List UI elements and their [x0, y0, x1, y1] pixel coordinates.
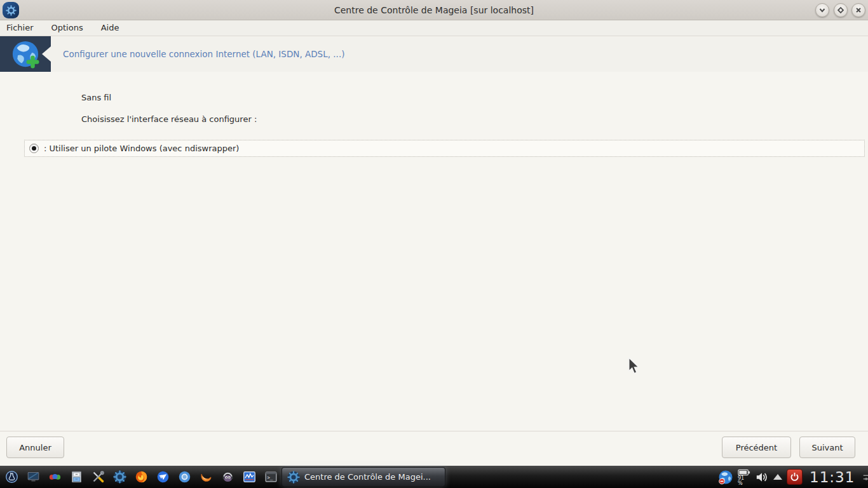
radio-option-row[interactable]: : Utiliser un pilote Windows (avec ndisw… — [24, 140, 865, 157]
battery-percent: 91 % — [738, 476, 750, 486]
mouse-cursor — [628, 358, 639, 374]
app-menu-icon[interactable] — [5, 470, 18, 484]
taskbar-window-label: Centre de Contrôle de Magei... — [304, 472, 431, 482]
clock: 11:31 — [810, 469, 855, 485]
svg-text:>_: >_ — [267, 475, 273, 480]
taskbar-window-button[interactable]: Centre de Contrôle de Magei... — [281, 467, 445, 487]
prompt-label: Choisissez l'interface réseau à configur… — [81, 114, 257, 124]
tray-expand-icon[interactable] — [773, 474, 782, 480]
minimize-button[interactable] — [815, 3, 829, 17]
wizard-title: Configurer une nouvelle connexion Intern… — [63, 36, 344, 72]
system-tools-icon[interactable] — [92, 470, 105, 484]
color-dots-icon[interactable] — [48, 470, 62, 484]
radio-option-label: : Utiliser un pilote Windows (avec ndisw… — [44, 144, 239, 153]
terminal-icon[interactable]: >_ — [264, 470, 278, 484]
header-notch — [42, 46, 51, 62]
mageia-app-icon — [3, 2, 19, 18]
section-label: Sans fil — [81, 93, 111, 102]
settings-sliders-icon[interactable] — [862, 471, 868, 484]
close-button[interactable] — [851, 3, 865, 17]
shutdown-button[interactable] — [787, 469, 803, 485]
menu-options[interactable]: Options — [45, 21, 90, 35]
previous-button[interactable]: Précédent — [722, 437, 791, 458]
system-monitor-icon[interactable] — [243, 470, 256, 484]
thunderbird-icon[interactable] — [156, 470, 170, 484]
headphones-mascot-icon[interactable] — [221, 470, 234, 484]
internet-globe-icon — [11, 39, 40, 69]
firefox-icon[interactable] — [135, 470, 148, 484]
menu-bar: Fichier Options Aide — [0, 20, 868, 36]
maximize-diamond-icon — [836, 6, 845, 15]
chromium-icon[interactable] — [178, 470, 191, 484]
radio-selected-dot — [32, 146, 36, 151]
power-icon — [790, 472, 799, 482]
file-manager-icon[interactable] — [70, 470, 83, 484]
control-center-icon[interactable] — [113, 470, 126, 484]
orange-crescent-app-icon[interactable] — [200, 470, 213, 484]
close-icon — [854, 6, 863, 15]
radio-windows-driver[interactable] — [29, 144, 39, 153]
title-bar: Centre de Contrôle de Mageia [sur localh… — [0, 0, 868, 20]
taskbar-launchers: >_ — [5, 466, 278, 488]
maximize-button[interactable] — [834, 3, 848, 17]
menu-aide[interactable]: Aide — [95, 21, 126, 35]
chevron-down-icon — [818, 6, 827, 15]
network-status-icon[interactable] — [718, 470, 733, 485]
system-tray: 91 % 11:31 — [718, 466, 868, 488]
menu-fichier[interactable]: Fichier — [6, 21, 40, 35]
window-title: Centre de Contrôle de Mageia [sur localh… — [0, 0, 868, 20]
footer-separator — [0, 431, 868, 431]
control-center-window-icon — [287, 471, 300, 484]
battery-indicator[interactable]: 91 % — [738, 468, 750, 486]
show-desktop-icon[interactable] — [27, 470, 40, 484]
cancel-button[interactable]: Annuler — [6, 437, 64, 458]
volume-icon[interactable] — [755, 471, 769, 484]
next-button[interactable]: Suivant — [799, 437, 855, 458]
